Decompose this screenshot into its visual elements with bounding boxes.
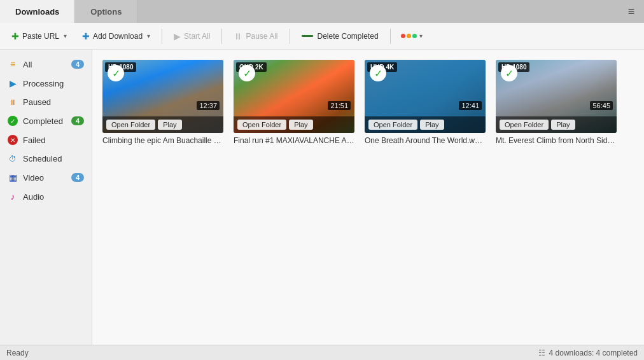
paste-url-label: Paste URL: [22, 32, 59, 41]
status-right: ☷ 4 downloads: 4 completed: [538, 349, 638, 357]
sidebar-label-completed: Completed: [23, 116, 66, 126]
thumb-title-4: Mt. Everest Climb from North Side 20...: [496, 136, 617, 146]
open-folder-btn-3[interactable]: Open Folder: [368, 120, 417, 130]
sidebar-item-audio[interactable]: ♪ Audio: [0, 187, 92, 206]
main-content: ≡ All 4 ▶ Processing ⏸ Paused ✓ Complete…: [0, 50, 644, 345]
pause-icon: ⏸: [234, 31, 242, 41]
dots-dropdown-icon: ▾: [419, 32, 423, 39]
title-bar: Downloads Options ≡: [0, 0, 644, 23]
toolbar-divider-2: [221, 29, 222, 44]
sidebar-label-scheduled: Scheduled: [23, 154, 84, 163]
thumb-title-3: One Breath Around The World.webm: [365, 136, 486, 146]
open-folder-btn-2[interactable]: Open Folder: [237, 120, 286, 130]
toolbar-divider-1: [162, 29, 162, 44]
sidebar: ≡ All 4 ▶ Processing ⏸ Paused ✓ Complete…: [0, 50, 92, 345]
delete-completed-label: Delete Completed: [318, 32, 379, 41]
check-badge-3: ✓: [370, 65, 386, 81]
add-download-button[interactable]: ✚ Add Download ▾: [76, 28, 157, 45]
title-bar-spacer: [137, 0, 619, 23]
plus-icon: ✚: [11, 31, 19, 41]
play-btn-3[interactable]: Play: [420, 120, 444, 130]
toolbar-divider-4: [390, 29, 391, 44]
thumb-actions-1: Open Folder Play: [102, 116, 223, 133]
thumb-title-2: Final run #1 MAXIAVALANCHE ALPE ...: [234, 136, 354, 146]
sidebar-item-video[interactable]: ▦ Video 4: [0, 168, 92, 187]
audio-icon: ♪: [8, 191, 18, 202]
status-bar: Ready ☷ 4 downloads: 4 completed: [0, 345, 644, 360]
toolbar: ✚ Paste URL ▾ ✚ Add Download ▾ ▶ Start A…: [0, 23, 644, 50]
sidebar-label-failed: Failed: [23, 135, 84, 145]
hamburger-icon: ≡: [628, 5, 635, 18]
sidebar-item-failed[interactable]: ✕ Failed: [0, 130, 92, 149]
sidebar-item-all[interactable]: ≡ All 4: [0, 55, 92, 74]
menu-button[interactable]: ≡: [619, 0, 644, 23]
download-item-4[interactable]: HD 1080 ✓ 56:45 Open Folder Play Mt. Eve…: [496, 60, 617, 146]
failed-icon: ✕: [8, 135, 18, 145]
dot-green: [412, 34, 417, 38]
pause-all-button[interactable]: ⏸ Pause All: [227, 28, 284, 45]
thumb-duration-3: 12:41: [459, 101, 482, 110]
thumb-wrapper-2: QHD 2K ✓ 21:51 Open Folder Play: [234, 60, 354, 133]
check-badge-2: ✓: [239, 65, 255, 81]
sidebar-label-processing: Processing: [23, 79, 84, 88]
thumb-wrapper-3: UHD 4K ✓ 12:41 Open Folder Play: [365, 60, 486, 133]
sidebar-badge-completed: 4: [71, 116, 84, 125]
sidebar-item-scheduled[interactable]: ⏱ Scheduled: [0, 149, 92, 168]
open-folder-btn-4[interactable]: Open Folder: [500, 120, 549, 130]
add-download-dropdown-icon: ▾: [147, 32, 150, 39]
all-icon: ≡: [8, 59, 18, 69]
add-download-plus-icon: ✚: [82, 31, 90, 41]
delete-line-icon: [302, 35, 313, 37]
play-btn-1[interactable]: Play: [158, 120, 181, 130]
thumb-wrapper-4: HD 1080 ✓ 56:45 Open Folder Play: [496, 60, 617, 133]
thumb-wrapper-1: HD 1080 ✓ 12:37 Open Folder Play: [102, 60, 223, 133]
download-item-1[interactable]: HD 1080 ✓ 12:37 Open Folder Play Climbin…: [102, 60, 223, 146]
tab-downloads[interactable]: Downloads: [0, 0, 75, 23]
processing-icon: ▶: [8, 78, 18, 88]
downloads-grid: HD 1080 ✓ 12:37 Open Folder Play Climbin…: [102, 60, 634, 146]
list-icon: ☷: [538, 349, 545, 357]
content-area: HD 1080 ✓ 12:37 Open Folder Play Climbin…: [92, 50, 644, 345]
sidebar-label-all: All: [23, 60, 66, 69]
tab-options-label: Options: [90, 7, 122, 17]
thumb-title-1: Climbing the epic Am Buachaille se...: [102, 136, 223, 146]
download-item-3[interactable]: UHD 4K ✓ 12:41 Open Folder Play One Brea…: [365, 60, 486, 146]
sidebar-item-paused[interactable]: ⏸ Paused: [0, 93, 92, 111]
sidebar-label-paused: Paused: [23, 97, 84, 107]
thumb-duration-2: 21:51: [328, 101, 351, 110]
pause-all-label: Pause All: [246, 32, 277, 41]
download-item-2[interactable]: QHD 2K ✓ 21:51 Open Folder Play Final ru…: [234, 60, 354, 146]
tab-options[interactable]: Options: [75, 0, 137, 23]
play-btn-4[interactable]: Play: [551, 120, 575, 130]
video-icon: ▦: [8, 172, 18, 183]
play-icon: ▶: [174, 31, 181, 41]
delete-completed-button[interactable]: Delete Completed: [295, 29, 385, 44]
paste-url-button[interactable]: ✚ Paste URL ▾: [5, 28, 73, 45]
start-all-button[interactable]: ▶ Start All: [167, 28, 216, 45]
paste-url-dropdown-icon: ▾: [64, 32, 67, 39]
scheduled-icon: ⏱: [8, 155, 18, 163]
tab-downloads-label: Downloads: [15, 7, 59, 17]
play-btn-2[interactable]: Play: [289, 120, 312, 130]
more-options-button[interactable]: ▾: [396, 29, 428, 43]
sidebar-item-completed[interactable]: ✓ Completed 4: [0, 111, 92, 130]
dot-red: [401, 34, 405, 38]
dot-orange: [407, 34, 411, 38]
toolbar-divider-3: [290, 29, 290, 44]
open-folder-btn-1[interactable]: Open Folder: [106, 120, 155, 130]
check-badge-1: ✓: [108, 65, 124, 81]
start-all-label: Start All: [184, 32, 210, 41]
sidebar-label-video: Video: [23, 173, 66, 183]
thumb-duration-4: 56:45: [590, 101, 613, 110]
completed-icon: ✓: [8, 116, 18, 126]
sidebar-item-processing[interactable]: ▶ Processing: [0, 74, 92, 93]
thumb-duration-1: 12:37: [197, 101, 220, 110]
sidebar-badge-all: 4: [71, 60, 84, 69]
thumb-actions-2: Open Folder Play: [234, 116, 354, 133]
sidebar-label-audio: Audio: [23, 192, 84, 202]
ready-status: Ready: [6, 349, 29, 357]
thumb-actions-3: Open Folder Play: [365, 116, 486, 133]
paused-icon: ⏸: [8, 98, 18, 107]
check-badge-4: ✓: [501, 65, 517, 81]
thumb-actions-4: Open Folder Play: [496, 116, 617, 133]
